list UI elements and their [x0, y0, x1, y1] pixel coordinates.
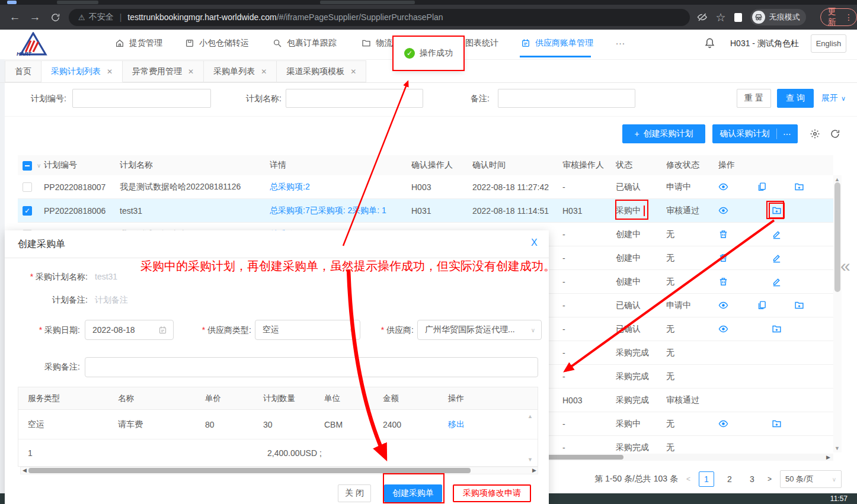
query-button[interactable]: 查 询	[777, 89, 814, 108]
modal-close-footer-button[interactable]: 关 闭	[338, 484, 371, 502]
col-plan-no: 计划编号	[44, 160, 120, 171]
tab-home[interactable]: 首页	[5, 60, 41, 82]
purchase-note-input[interactable]	[85, 357, 538, 377]
filter-plan-name-input[interactable]	[286, 89, 423, 108]
expand-toggle[interactable]: 展开∨	[821, 93, 846, 104]
row-checkbox[interactable]: ✓	[23, 206, 32, 216]
back-icon[interactable]: ←	[5, 11, 25, 24]
close-icon[interactable]: ✕	[188, 68, 194, 76]
page-size-select[interactable]: 50 条/页 ∨	[780, 470, 842, 488]
trash-icon[interactable]	[718, 229, 728, 239]
copy-icon[interactable]	[757, 300, 767, 310]
browser-update-button[interactable]: 更新 ⋮	[820, 8, 857, 26]
tab-channel-template[interactable]: 渠道采购项模板✕	[277, 60, 366, 82]
nav-more-button[interactable]: …	[615, 36, 625, 47]
audit-operator: -	[562, 443, 616, 452]
table-row[interactable]: PP20220818007我是测试数据哈哈202208181126总采购项:2H…	[18, 175, 833, 199]
modal-scroll-left-icon[interactable]: ◀	[23, 467, 27, 473]
page-button-3[interactable]: 3	[745, 472, 759, 486]
page-button-1[interactable]: 1	[699, 471, 714, 487]
extension-square-icon[interactable]	[734, 13, 742, 22]
bookmark-star-icon[interactable]: ☆	[716, 11, 726, 24]
create-plan-button[interactable]: +创建采购计划	[622, 124, 705, 143]
filter-remark-input[interactable]	[498, 89, 635, 108]
not-secure-icon: ⚠	[78, 13, 85, 22]
folder-plus-icon[interactable]	[772, 324, 782, 334]
close-icon[interactable]: ✕	[107, 68, 113, 76]
page-button-2[interactable]: 2	[722, 472, 737, 486]
tab-purchase-order-list[interactable]: 采购单列表✕	[204, 60, 277, 82]
table-row[interactable]: ✓PP20220818006test31总采购项:7已采购项: 2采购单: 1H…	[18, 199, 833, 223]
more-actions-button[interactable]: ⋯	[777, 129, 797, 139]
scroll-up-icon[interactable]: ▲	[834, 176, 840, 182]
eye-off-icon[interactable]	[697, 11, 708, 23]
scroll-right-icon[interactable]: ▶	[826, 454, 830, 460]
purchase-note-label: 采购备注:	[5, 362, 80, 373]
chevron-down-icon: ∨	[832, 476, 836, 483]
pagination: 第 1-50 条/总共 103 条 < 1 2 3 > 50 条/页 ∨	[594, 470, 842, 488]
vertical-scroll-thumb[interactable]	[834, 182, 840, 292]
folder-plus-icon[interactable]	[794, 300, 804, 310]
modal-scroll-right-icon[interactable]: ▶	[532, 467, 536, 473]
collapse-panel-handle[interactable]: «	[840, 256, 850, 276]
supplier-value: 广州华贸国际货运代理...	[425, 325, 515, 335]
modal-modify-request-button[interactable]: 采购项修改申请	[453, 484, 531, 502]
folder-plus-icon[interactable]	[772, 419, 782, 429]
eye-icon[interactable]	[718, 206, 728, 216]
supplier-type-select[interactable]: 空运 ∨	[255, 320, 360, 340]
eye-icon[interactable]	[718, 324, 728, 334]
scroll-down-icon[interactable]: ▼	[834, 445, 840, 451]
next-page-button[interactable]: >	[768, 475, 772, 483]
purchase-date-input[interactable]: 2022-08-18	[85, 320, 174, 340]
nav-item-chart-stats[interactable]: 图表统计	[465, 38, 498, 49]
pencil-icon[interactable]	[772, 229, 782, 239]
eye-icon[interactable]	[718, 419, 728, 429]
nav-item-parcel-warehouse[interactable]: 小包仓储转运	[185, 38, 249, 49]
close-icon[interactable]: ✕	[350, 68, 356, 76]
tab-abnormal-fee[interactable]: 异常费用管理✕	[123, 60, 204, 82]
eye-icon[interactable]	[718, 182, 728, 192]
bill-icon	[521, 38, 530, 48]
status-badge: 创建中	[616, 229, 641, 239]
remove-item-link[interactable]: 移出	[448, 419, 465, 430]
modal-close-button[interactable]: X	[531, 237, 538, 248]
browser-menu-icon[interactable]: ⋮	[845, 12, 853, 22]
modal-items-table: 服务类型 名称 单价 计划数量 单位 金额 操作 空运 请车费 80 30 CB…	[18, 387, 538, 467]
detail-link[interactable]: 总采购项:7已采购项: 2采购单: 1	[270, 206, 411, 216]
mini-scroll-down-icon[interactable]: ▼	[527, 457, 533, 463]
prev-page-button[interactable]: <	[686, 475, 690, 483]
mini-scroll-up-icon[interactable]: ▲	[527, 413, 533, 419]
detail-link[interactable]: 总采购项:2	[270, 182, 411, 192]
eye-icon[interactable]	[718, 300, 728, 310]
pencil-icon[interactable]	[772, 277, 782, 287]
audit-operator: -	[562, 277, 616, 287]
reset-button[interactable]: 重 置	[737, 89, 771, 108]
row-actions	[718, 246, 833, 269]
modal-scroll-thumb[interactable]	[28, 468, 471, 473]
chevron-down-icon[interactable]: ∨	[37, 162, 41, 169]
folder-plus-icon[interactable]	[794, 182, 804, 192]
nav-item-parcel-tracking[interactable]: 包裹订单跟踪	[273, 38, 337, 49]
nav-item-supplier-billing[interactable]: 供应商账单管理	[521, 38, 593, 49]
language-button[interactable]: English	[811, 34, 846, 53]
bell-icon[interactable]	[704, 37, 715, 49]
trash-icon[interactable]	[718, 277, 728, 287]
tab-purchase-plan-list[interactable]: 采购计划列表✕	[41, 60, 123, 82]
nav-item-pickup[interactable]: 提货管理	[115, 38, 162, 49]
supplier-select[interactable]: 广州华贸国际货运代理... ∨	[417, 320, 542, 340]
copy-icon[interactable]	[757, 182, 767, 192]
reload-icon[interactable]	[45, 11, 65, 24]
trash-icon[interactable]	[718, 253, 728, 263]
pencil-icon[interactable]	[772, 253, 782, 263]
select-all-checkbox[interactable]	[23, 161, 32, 171]
filter-plan-no-input[interactable]	[72, 89, 211, 108]
user-name[interactable]: H031 - 测试角色杜	[730, 38, 799, 49]
forward-icon[interactable]: →	[25, 11, 45, 24]
confirm-plan-button-group[interactable]: 确认采购计划 ⋯	[712, 124, 798, 143]
gear-icon[interactable]	[810, 129, 820, 139]
address-bar[interactable]: ⚠ 不安全 | testtrunkbookingmgr.hart-worldwi…	[69, 9, 690, 26]
refresh-icon[interactable]	[830, 129, 840, 139]
plan-note-placeholder[interactable]: 计划备注	[95, 295, 128, 306]
row-checkbox[interactable]	[23, 182, 32, 192]
close-icon[interactable]: ✕	[261, 68, 267, 76]
